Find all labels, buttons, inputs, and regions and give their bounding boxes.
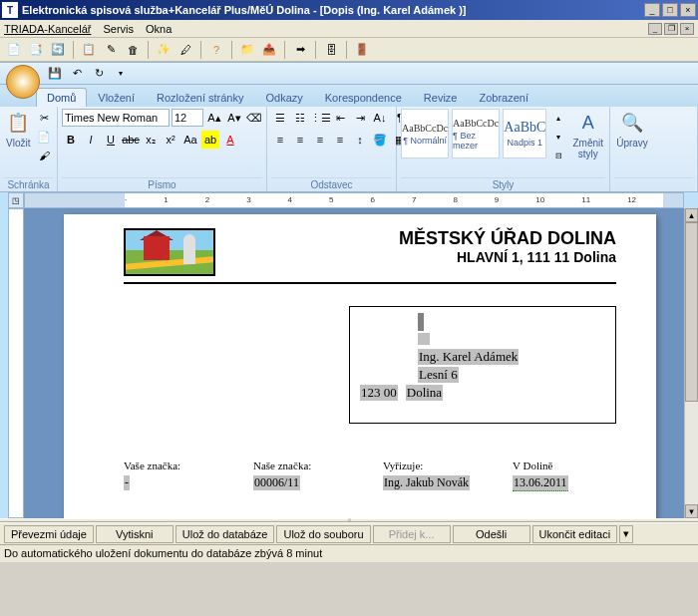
group-paragraph: ☰ ☷ ⋮☰ ⇤ ⇥ A↓ ¶ ≡ ≡ ≡ ≡ ↕ 🪣 ▦: [267, 107, 397, 191]
style-row-up-icon[interactable]: ▴: [549, 109, 567, 127]
cut-icon[interactable]: ✂: [35, 109, 53, 127]
italic-button[interactable]: I: [82, 131, 100, 149]
office-button[interactable]: [6, 65, 40, 99]
copy-icon[interactable]: 📄: [35, 128, 53, 146]
qat-undo-icon[interactable]: ↶: [68, 65, 86, 83]
subject-label: Věc:: [124, 517, 616, 518]
align-right-icon[interactable]: ≡: [311, 131, 329, 149]
qat-customize-icon[interactable]: ▾: [112, 65, 130, 83]
font-size-select[interactable]: [172, 109, 203, 127]
mdi-close-button[interactable]: ×: [680, 23, 694, 35]
numbering-icon[interactable]: ☷: [291, 109, 309, 127]
tab-home[interactable]: Domů: [36, 88, 87, 107]
grow-font-icon[interactable]: A▴: [205, 109, 223, 127]
style-gallery-icon[interactable]: ⊟: [549, 147, 567, 164]
field-placeholder: [418, 333, 430, 345]
btn-send[interactable]: Odešli: [453, 525, 530, 543]
meta-handler: Vyřizuje: Ing. Jakub Novák: [383, 460, 487, 491]
document-viewport[interactable]: MĚSTSKÝ ÚŘAD DOLINA HLAVNÍ 1, 111 11 Dol…: [24, 208, 684, 518]
group-editing: 🔍 Úpravy: [610, 107, 698, 191]
btn-print[interactable]: Vytiskni: [96, 525, 174, 543]
tool-copy-icon[interactable]: 📋: [79, 40, 99, 60]
tab-insert[interactable]: Vložení: [87, 88, 146, 107]
btn-dropdown-icon[interactable]: ▾: [619, 525, 633, 543]
tool-delete-icon[interactable]: 🗑: [123, 40, 143, 60]
shading-icon[interactable]: 🪣: [371, 131, 389, 149]
indent-inc-icon[interactable]: ⇥: [351, 109, 369, 127]
tool-refresh-icon[interactable]: 🔄: [48, 40, 68, 60]
align-center-icon[interactable]: ≡: [291, 131, 309, 149]
paste-button[interactable]: 📋 Vložit: [4, 109, 32, 152]
menu-triada[interactable]: TRIADA-Kancelář: [4, 23, 91, 35]
align-left-icon[interactable]: ≡: [271, 131, 289, 149]
font-family-select[interactable]: [62, 109, 170, 127]
multilevel-icon[interactable]: ⋮☰: [311, 109, 329, 127]
changecase-button[interactable]: Aa: [181, 131, 199, 149]
mdi-minimize-button[interactable]: _: [648, 23, 662, 35]
qat-save-icon[interactable]: 💾: [46, 65, 64, 83]
menu-servis[interactable]: Servis: [103, 23, 134, 35]
underline-button[interactable]: U: [102, 131, 120, 149]
linespacing-icon[interactable]: ↕: [351, 131, 369, 149]
indent-dec-icon[interactable]: ⇤: [331, 109, 349, 127]
tool-exit-icon[interactable]: 🚪: [352, 40, 372, 60]
style-row-down-icon[interactable]: ▾: [549, 128, 567, 146]
tab-mail[interactable]: Korespondence: [314, 88, 413, 107]
bullets-icon[interactable]: ☰: [271, 109, 289, 127]
address-box[interactable]: Ing. Karel Adámek Lesní 6 123 00Dolina: [349, 306, 616, 424]
ruler-ticks: ·12345678910111213141516: [125, 195, 684, 204]
style-normal[interactable]: AaBbCcDc ¶ Normální: [401, 109, 449, 158]
tool-pen-icon[interactable]: 🖊: [175, 40, 195, 60]
scroll-down-icon[interactable]: ▼: [685, 504, 698, 518]
strike-button[interactable]: abc: [122, 131, 140, 149]
bold-button[interactable]: B: [62, 131, 80, 149]
window-controls: _ □ ×: [644, 3, 696, 17]
btn-takeover[interactable]: Převezmi údaje: [4, 525, 94, 543]
tool-help-icon[interactable]: ?: [206, 40, 226, 60]
fontcolor-button[interactable]: A: [221, 131, 239, 149]
tab-layout[interactable]: Rozložení stránky: [146, 88, 254, 107]
qat-redo-icon[interactable]: ↻: [90, 65, 108, 83]
horizontal-ruler[interactable]: ·12345678910111213141516: [24, 192, 684, 208]
tool-export-icon[interactable]: 📤: [259, 40, 279, 60]
scroll-thumb[interactable]: [685, 222, 698, 402]
superscript-button[interactable]: x²: [162, 131, 179, 149]
minimize-button[interactable]: _: [644, 3, 660, 17]
align-justify-icon[interactable]: ≡: [331, 131, 349, 149]
separator: [73, 41, 74, 59]
vertical-scrollbar[interactable]: ▲ ▼: [684, 208, 698, 518]
close-button[interactable]: ×: [680, 3, 696, 17]
tab-references[interactable]: Odkazy: [254, 88, 313, 107]
tool-open-icon[interactable]: 📑: [26, 40, 46, 60]
scroll-up-icon[interactable]: ▲: [685, 208, 698, 222]
group-font: A▴ A▾ ⌫ B I U abc x₂ x² Aa ab A Písmo: [58, 107, 267, 191]
tool-edit-icon[interactable]: ✎: [101, 40, 121, 60]
highlight-button[interactable]: ab: [201, 131, 219, 149]
tool-magic-icon[interactable]: ✨: [154, 40, 174, 60]
tool-folder-icon[interactable]: 📁: [237, 40, 257, 60]
btn-endedit[interactable]: Ukončit editaci: [532, 525, 618, 543]
btn-save-file[interactable]: Ulož do souboru: [276, 525, 370, 543]
btn-save-db[interactable]: Ulož do databáze: [175, 525, 275, 543]
tool-new-icon[interactable]: 📄: [4, 40, 24, 60]
menu-okna[interactable]: Okna: [146, 23, 172, 35]
editing-button[interactable]: 🔍 Úpravy: [614, 109, 650, 152]
separator: [346, 41, 347, 59]
ruler-corner[interactable]: ◳: [8, 192, 24, 208]
formatpainter-icon[interactable]: 🖌: [35, 147, 53, 164]
paste-icon: 📋: [6, 112, 30, 136]
tool-send-icon[interactable]: ➡: [290, 40, 310, 60]
sort-icon[interactable]: A↓: [371, 109, 389, 127]
clear-format-icon[interactable]: ⌫: [245, 109, 263, 127]
change-styles-button[interactable]: A Změnit styly: [570, 109, 605, 162]
mdi-restore-button[interactable]: ❐: [664, 23, 678, 35]
style-nospacing[interactable]: AaBbCcDc ¶ Bez mezer: [452, 109, 500, 158]
subscript-button[interactable]: x₂: [142, 131, 160, 149]
maximize-button[interactable]: □: [662, 3, 678, 17]
vertical-ruler[interactable]: [8, 208, 24, 518]
tool-db-icon[interactable]: 🗄: [321, 40, 341, 60]
style-heading1[interactable]: AaBbC Nadpis 1: [503, 109, 546, 158]
shrink-font-icon[interactable]: A▾: [225, 109, 243, 127]
tab-view[interactable]: Zobrazení: [468, 88, 539, 107]
tab-review[interactable]: Revize: [413, 88, 469, 107]
